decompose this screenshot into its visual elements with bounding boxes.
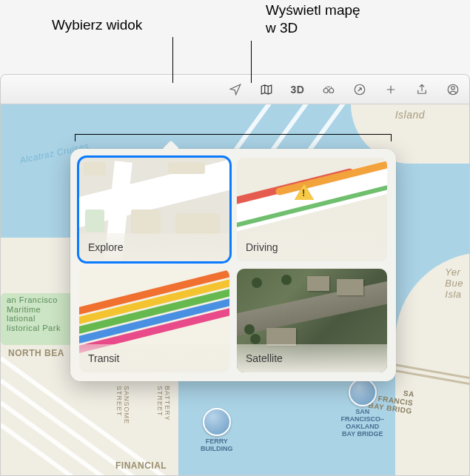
map-mode-button[interactable]	[258, 81, 275, 98]
poi-label: FERRY BUILDING	[201, 438, 233, 453]
poi-bay-bridge[interactable]: SAN FRANCISCO– OAKLAND BAY BRIDGE	[340, 378, 384, 438]
3d-button[interactable]: 3D	[289, 81, 306, 98]
poi-icon	[203, 408, 231, 436]
map-label-yerba: Yer Bue Isla	[445, 267, 463, 301]
account-button[interactable]	[444, 81, 462, 98]
location-icon	[229, 83, 242, 96]
help-annotations: Wybierz widok Wyświetl mapę w 3D	[0, 0, 470, 74]
annotation-bracket	[75, 134, 75, 141]
toolbar: 3D	[1, 75, 469, 104]
map-label-financial: FINANCIAL	[115, 461, 167, 472]
map-mode-popover: Explore Driving Transit	[70, 149, 396, 381]
location-button[interactable]	[226, 81, 244, 98]
mode-transit[interactable]: Transit	[79, 269, 229, 372]
map-canvas[interactable]: Island Alcatraz Cruises Yer Bue Isla an …	[1, 104, 469, 475]
mode-driving[interactable]: Driving	[237, 158, 387, 261]
map-label-island: Island	[395, 109, 425, 121]
poi-ferry-building[interactable]: FERRY BUILDING	[201, 408, 233, 453]
directions-button[interactable]	[351, 81, 369, 98]
mode-satellite[interactable]: Satellite	[237, 269, 387, 372]
account-icon	[446, 83, 460, 96]
lookaround-button[interactable]	[320, 81, 338, 98]
svg-point-4	[451, 86, 455, 90]
poi-label: SAN FRANCISCO– OAKLAND BAY BRIDGE	[340, 409, 384, 438]
annotation-bracket	[391, 134, 392, 141]
traffic-warning-icon	[295, 184, 314, 200]
mode-explore[interactable]: Explore	[79, 158, 229, 261]
mode-label: Transit	[79, 344, 229, 372]
poi-icon	[349, 378, 377, 406]
street-label: SANSOME STREET	[115, 386, 130, 424]
street-label: BATTERY STREET	[156, 386, 171, 421]
svg-point-0	[323, 88, 328, 93]
map-icon	[260, 83, 273, 96]
binoculars-icon	[322, 83, 335, 96]
map-label-northbeach: NORTH BEA	[8, 349, 64, 359]
mode-label: Explore	[79, 233, 229, 261]
add-button[interactable]	[382, 81, 400, 98]
directions-icon	[353, 83, 366, 96]
share-icon	[415, 83, 429, 96]
callout-choose-view: Wybierz widok	[52, 16, 142, 34]
mode-label: Satellite	[237, 344, 387, 372]
annotation-bracket	[75, 134, 392, 135]
svg-point-1	[329, 88, 334, 93]
maps-window: 3D Island	[0, 74, 470, 476]
callout-3d: Wyświetl mapę w 3D	[266, 1, 360, 37]
mode-label: Driving	[237, 233, 387, 261]
plus-icon	[384, 83, 397, 96]
share-button[interactable]	[413, 81, 431, 98]
